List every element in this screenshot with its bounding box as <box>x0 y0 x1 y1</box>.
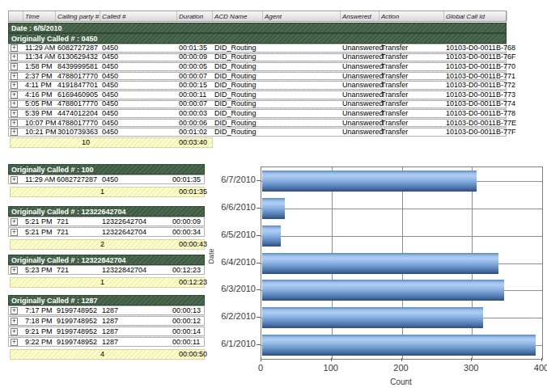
expand-button[interactable]: + <box>11 318 18 325</box>
column-header-acd-name[interactable]: ACD Name <box>213 11 263 21</box>
cell-called: 12322842704 <box>100 267 171 274</box>
cell-time: 7:17 PM <box>23 307 55 314</box>
x-axis-tick <box>261 358 261 361</box>
cell-global-call-id: 10103-D0-0011B-76F <box>444 53 507 61</box>
cell-answered: Unanswered <box>341 91 380 99</box>
group-summary-row: 2 00:00:43 <box>10 239 205 250</box>
expand-button[interactable]: + <box>11 229 18 236</box>
cell-answered: Unanswered <box>341 110 380 117</box>
column-header-expand[interactable] <box>9 11 23 21</box>
call-group-section: Originally Called # : 12322842704 +5:23 … <box>8 255 205 288</box>
x-axis-tick-label: 200 <box>385 363 418 373</box>
group-header[interactable]: Originally Called # : 1287 <box>8 295 205 306</box>
cell-action: Transfer <box>380 63 444 70</box>
expand-button[interactable]: + <box>11 120 18 127</box>
expand-button[interactable]: + <box>11 44 18 52</box>
expand-button[interactable]: + <box>11 73 18 80</box>
expand-button[interactable]: + <box>11 110 18 117</box>
group-header[interactable]: Originally Called # : 12322842704 <box>8 255 205 265</box>
expand-button[interactable]: + <box>11 63 18 70</box>
bar-6-3-2010[interactable] <box>262 280 504 301</box>
group-header[interactable]: Originally Called # : 12322642704 <box>8 206 205 217</box>
group-rows: +5:23 PM7211232284270400:12:23 <box>8 265 205 275</box>
expand-button[interactable]: + <box>11 328 18 335</box>
table-row: +5:39 PM4474012204045000:00:03DID_Routin… <box>8 109 507 118</box>
bar-6-2-2010[interactable] <box>262 307 483 328</box>
cell-called: 1287 <box>100 307 171 314</box>
expand-button[interactable]: + <box>11 100 18 107</box>
summary-call-count: 2 <box>100 241 125 248</box>
cell-global-call-id: 10103-D0-0011B-77E <box>444 120 507 127</box>
x-axis-tick-label: 300 <box>455 363 487 373</box>
bar-6-6-2010[interactable] <box>262 198 285 219</box>
group-title: Originally Called # : 100 <box>11 166 94 174</box>
cell-duration: 00:00:07 <box>177 100 213 107</box>
cell-global-call-id: 10103-D0-0011B-772 <box>444 82 507 89</box>
cell-called: 0450 <box>100 91 177 99</box>
cell-acd-name: DID_Routing <box>213 91 263 99</box>
column-header-answered[interactable]: Answered <box>341 11 380 21</box>
category-gridline <box>261 209 542 209</box>
cell-global-call-id: 10103-D0-0011B-77F <box>444 129 507 136</box>
cell-duration: 00:00:15 <box>177 82 213 89</box>
cell-time: 5:05 PM <box>23 100 56 107</box>
group-header[interactable]: Originally Called # : 0450 <box>8 33 507 44</box>
expand-button[interactable]: + <box>11 82 18 89</box>
cell-action: Transfer <box>380 53 444 61</box>
y-axis-tick-label: 6/5/2010 <box>194 230 256 239</box>
cell-calling-party: 6082727287 <box>55 176 100 183</box>
cell-duration: 00:00:07 <box>177 73 213 80</box>
call-group-section: Originally Called # : 1287 +7:17 PM91997… <box>8 295 205 360</box>
cell-answered: Unanswered <box>341 120 380 127</box>
expand-button[interactable]: + <box>11 176 18 183</box>
cell-calling-party: 3010739363 <box>56 129 100 136</box>
y-axis-tick-label: 6/7/2010 <box>194 175 256 184</box>
column-header-called[interactable]: Called # <box>100 11 177 21</box>
bar-6-4-2010[interactable] <box>262 253 498 274</box>
expand-button[interactable]: + <box>11 307 18 314</box>
group-rows: +7:17 PM9199748952128700:00:13+7:18 PM91… <box>8 306 205 347</box>
expand-button[interactable]: + <box>11 339 18 346</box>
y-axis-tick <box>257 208 261 209</box>
cell-acd-name: DID_Routing <box>213 120 263 127</box>
cell-time: 5:21 PM <box>23 218 55 226</box>
column-header-time[interactable]: Time <box>23 11 56 21</box>
date-group-label: Date : 6/5/2010 <box>11 24 62 32</box>
table-header-row: TimeCalling party #Called #DurationACD N… <box>8 11 507 22</box>
summary-call-count: 10 <box>82 139 106 146</box>
expand-button[interactable]: + <box>11 218 18 226</box>
group-header[interactable]: Originally Called # : 100 <box>8 164 205 175</box>
cell-time: 11:29 AM <box>23 176 55 183</box>
column-header-global-call-id[interactable]: Global Call Id <box>444 11 507 21</box>
cell-calling-party: 4191847701 <box>56 82 100 89</box>
table-row: +11:34 AM6130629432045000:00:09DID_Routi… <box>8 53 507 62</box>
x-axis-title: Count <box>261 377 541 386</box>
expand-button[interactable]: + <box>11 129 18 136</box>
y-axis-tick-label: 6/6/2010 <box>194 202 256 212</box>
bar-6-1-2010[interactable] <box>262 335 536 356</box>
expand-button[interactable]: + <box>11 53 18 61</box>
cell-global-call-id: 10103-D0-0011B-778 <box>444 110 507 117</box>
cell-global-call-id: 10103-D0-0011B-774 <box>444 100 507 107</box>
cell-duration: 00:00:09 <box>177 53 213 61</box>
column-header-agent[interactable]: Agent <box>263 11 341 21</box>
table-row: +5:23 PM7211232284270400:12:23 <box>8 265 205 275</box>
date-group-header[interactable]: Date : 6/5/2010 <box>8 23 507 33</box>
cell-acd-name: DID_Routing <box>213 110 263 117</box>
column-header-action[interactable]: Action <box>380 11 444 21</box>
cell-global-call-id: 10103-D0-0011B-773 <box>444 91 507 99</box>
cell-acd-name: DID_Routing <box>213 129 263 136</box>
column-header-duration[interactable]: Duration <box>177 11 213 21</box>
bar-6-5-2010[interactable] <box>262 226 281 247</box>
table-row: +4:11 PM4191847701045000:00:15DID_Routin… <box>8 81 507 90</box>
bar-6-7-2010[interactable] <box>262 171 477 192</box>
cell-time: 1:58 PM <box>23 63 56 70</box>
group-title: Originally Called # : 0450 <box>11 35 98 43</box>
cell-time: 5:39 PM <box>23 110 56 117</box>
column-header-calling-party[interactable]: Calling party # <box>56 11 100 21</box>
expand-button[interactable]: + <box>11 91 18 99</box>
expand-button[interactable]: + <box>11 267 18 274</box>
cell-called: 12322642704 <box>100 218 171 226</box>
cell-time: 10:07 PM <box>23 120 56 127</box>
summary-call-count: 1 <box>100 188 125 196</box>
